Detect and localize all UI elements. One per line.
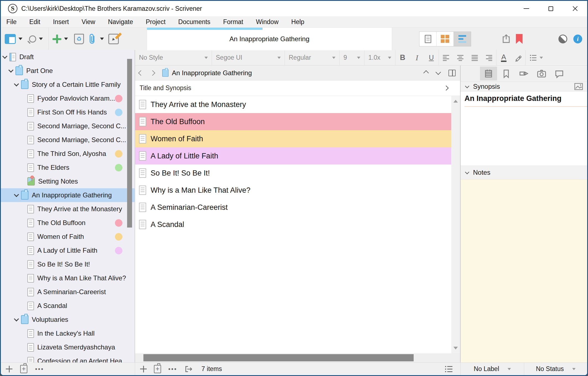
expand-chevron-icon[interactable]: [2, 54, 7, 59]
text-color-button[interactable]: A: [497, 50, 511, 65]
expand-chevron-icon[interactable]: [14, 192, 19, 197]
outline-row[interactable]: They Arrive at the Monastery: [135, 96, 451, 113]
add-item-icon[interactable]: [53, 35, 61, 43]
minimize-button[interactable]: [514, 1, 539, 16]
binder-item[interactable]: The Third Son, Alyosha: [1, 147, 135, 161]
scroll-up-icon[interactable]: [453, 100, 458, 103]
editor-tab[interactable]: An Inappropriate Gathering: [147, 28, 392, 50]
outline-vertical-scrollbar[interactable]: [451, 96, 460, 353]
add-item-dropdown-icon[interactable]: [64, 38, 68, 40]
synopsis-field[interactable]: An Inappropriate Gathering: [461, 92, 587, 166]
next-document-icon[interactable]: [435, 69, 441, 75]
menu-project[interactable]: Project: [146, 18, 166, 26]
binder-item[interactable]: A Scandal: [1, 299, 135, 313]
search-icon[interactable]: [29, 35, 36, 43]
align-right-button[interactable]: [482, 50, 496, 65]
binder-item[interactable]: Part One: [1, 64, 135, 78]
trash-icon[interactable]: ♻: [74, 34, 84, 44]
binder-item[interactable]: The Old Buffoon: [1, 216, 135, 230]
more-options-icon[interactable]: •••: [168, 365, 177, 373]
line-spacing-dropdown[interactable]: 1.0x: [364, 50, 395, 65]
align-left-button[interactable]: [439, 50, 453, 65]
binder-item[interactable]: In the Lackey's Hall: [1, 327, 135, 340]
outline-column-header[interactable]: Title and Synopsis: [135, 80, 460, 96]
status-dropdown[interactable]: No Status: [524, 363, 587, 375]
menu-format[interactable]: Format: [223, 18, 243, 26]
binder-item[interactable]: Confession of an Ardent Hea: [1, 354, 135, 362]
collapse-notes-icon[interactable]: [465, 170, 469, 174]
split-view-icon[interactable]: [448, 70, 456, 76]
binder-item[interactable]: Fyodor Pavlovich Karam...: [1, 92, 135, 105]
info-icon[interactable]: i: [573, 35, 582, 43]
italic-button[interactable]: I: [410, 50, 424, 65]
close-button[interactable]: [563, 1, 587, 16]
binder-item[interactable]: Draft: [1, 50, 135, 64]
add-document-icon[interactable]: [140, 366, 147, 372]
binder-item[interactable]: They Arrive at the Monastery: [1, 202, 135, 216]
binder-toggle-icon[interactable]: [5, 34, 16, 44]
binder-item[interactable]: First Son Off His Hands: [1, 105, 135, 119]
binder-item[interactable]: A Lady of Little Faith: [1, 244, 135, 257]
align-justify-button[interactable]: [468, 50, 482, 65]
binder-item[interactable]: Women of Faith: [1, 230, 135, 244]
menu-window[interactable]: Window: [256, 18, 279, 26]
binder-item[interactable]: Setting Notes: [1, 174, 135, 188]
binder-item[interactable]: Lizaveta Smerdyashchaya: [1, 340, 135, 354]
binder-scrollbar[interactable]: [127, 59, 132, 228]
expand-chevron-icon[interactable]: [14, 81, 19, 86]
outline-row[interactable]: So Be It! So Be It!: [135, 164, 451, 182]
corkboard-view-button[interactable]: [437, 32, 454, 46]
back-icon[interactable]: [138, 70, 144, 76]
font-dropdown[interactable]: Segoe UI: [212, 50, 285, 65]
underline-button[interactable]: U: [424, 50, 439, 65]
share-icon[interactable]: [501, 34, 511, 44]
binder-item[interactable]: Story of a Certain Little Family: [1, 78, 135, 92]
export-icon[interactable]: [184, 365, 193, 373]
paperclip-dropdown-icon[interactable]: [100, 38, 104, 40]
outline-row[interactable]: The Old Buffoon: [135, 113, 451, 130]
more-options-icon[interactable]: •••: [35, 365, 44, 373]
contrast-icon[interactable]: [558, 35, 567, 43]
add-folder-icon[interactable]: [20, 365, 27, 373]
menu-view[interactable]: View: [82, 18, 95, 26]
binder-item[interactable]: A Seminarian-Careerist: [1, 285, 135, 299]
notes-field[interactable]: [461, 179, 587, 362]
binder-item[interactable]: An Inappropriate Gathering: [1, 188, 135, 202]
search-dropdown-icon[interactable]: [39, 38, 43, 40]
font-size-dropdown[interactable]: 9: [340, 50, 364, 65]
expand-chevron-icon[interactable]: [8, 67, 13, 72]
binder-item[interactable]: Why is a Man Like That Alive?: [1, 271, 135, 285]
style-dropdown[interactable]: No Style: [135, 50, 212, 65]
outline-row[interactable]: A Seminarian-Careerist: [135, 199, 451, 216]
align-center-button[interactable]: [453, 50, 468, 65]
tab-comments[interactable]: [551, 67, 568, 80]
menu-insert[interactable]: Insert: [53, 18, 69, 26]
binder-item[interactable]: Second Marriage, Second C...: [1, 133, 135, 147]
outline-row[interactable]: A Lady of Little Faith: [135, 147, 451, 164]
list-format-button[interactable]: [526, 50, 547, 65]
tab-metadata[interactable]: [515, 67, 532, 80]
font-weight-dropdown[interactable]: Regular: [285, 50, 340, 65]
collapse-synopsis-icon[interactable]: [465, 84, 469, 88]
add-document-icon[interactable]: [6, 366, 12, 372]
list-options-icon[interactable]: [444, 365, 453, 373]
paperclip-icon[interactable]: [87, 33, 97, 45]
bookmark-icon[interactable]: [516, 34, 523, 44]
bold-button[interactable]: B: [395, 50, 410, 65]
tab-snapshots[interactable]: [533, 67, 550, 80]
outline-row[interactable]: A Scandal: [135, 216, 451, 233]
maximize-button[interactable]: [539, 1, 563, 16]
forward-icon[interactable]: [150, 70, 155, 76]
add-folder-icon[interactable]: [154, 365, 161, 373]
tab-notes[interactable]: [480, 67, 497, 80]
horizontal-scroll-thumb[interactable]: [143, 354, 414, 361]
menu-documents[interactable]: Documents: [178, 18, 210, 26]
menu-edit[interactable]: Edit: [29, 18, 40, 26]
binder-toggle-dropdown-icon[interactable]: [19, 38, 22, 40]
menu-file[interactable]: File: [6, 18, 17, 26]
document-view-button[interactable]: [419, 32, 437, 46]
outline-horizontal-scrollbar[interactable]: [135, 353, 460, 362]
outline-row[interactable]: Why is a Man Like That Alive?: [135, 182, 451, 199]
menu-navigate[interactable]: Navigate: [108, 18, 133, 26]
binder-item[interactable]: So Be It! So Be It!: [1, 257, 135, 271]
